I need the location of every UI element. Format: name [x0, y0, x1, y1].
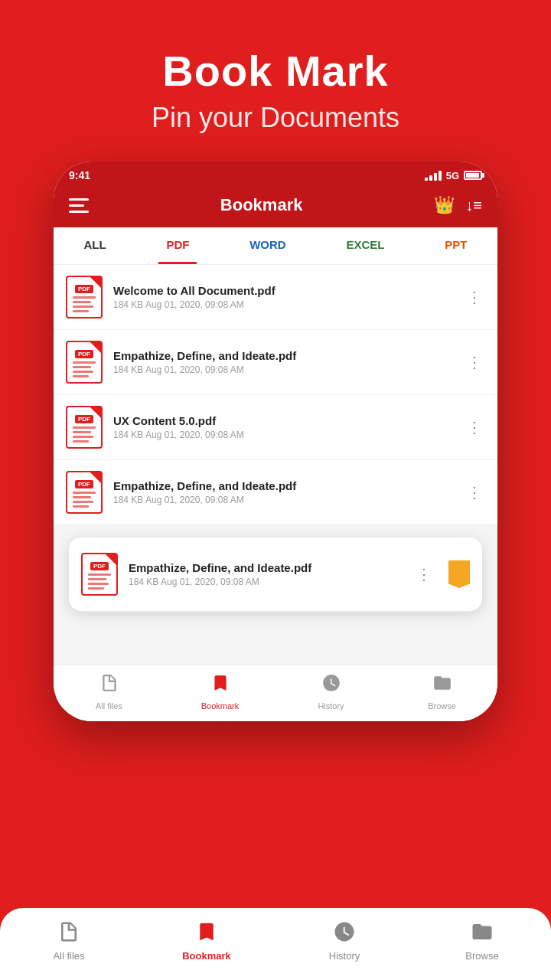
outer-bottom-nav: All files Bookmark History Browse — [0, 908, 551, 980]
file-info-1: Welcome to All Document.pdf 184 KB Aug 0… — [113, 284, 453, 310]
crown-icon[interactable]: 👑 — [434, 195, 455, 215]
file-icon-4: PDF — [66, 471, 103, 514]
file-meta-4: 184 KB Aug 01, 2020, 09:08 AM — [113, 495, 453, 505]
outer-nav-all-files-icon — [57, 920, 80, 946]
network-label: 5G — [446, 170, 459, 181]
popup-file-info: Empathize, Define, and Ideate.pdf 184 KB… — [129, 561, 403, 587]
outer-nav-bookmark-icon — [195, 920, 218, 946]
sort-icon[interactable]: ↓≡ — [465, 197, 482, 214]
hero-title: Book Mark — [162, 46, 388, 96]
nav-all-files-label: All files — [96, 701, 122, 710]
popup-file-icon: PDF — [81, 553, 118, 596]
file-meta-2: 184 KB Aug 01, 2020, 09:08 AM — [113, 364, 453, 375]
nav-history-label: History — [318, 701, 344, 710]
nav-bookmark-label: Bookmark — [201, 701, 240, 710]
signal-icon — [425, 171, 442, 181]
header-actions: 👑 ↓≡ — [434, 195, 482, 215]
file-info-4: Empathize, Define, and Ideate.pdf 184 KB… — [113, 479, 453, 505]
file-name-4: Empathize, Define, and Ideate.pdf — [113, 479, 453, 492]
phone-mockup: 9:41 5G Bookmark 👑 ↓≡ ALL PDF WORD — [54, 162, 497, 721]
nav-browse-icon — [432, 673, 452, 698]
outer-nav-bookmark[interactable]: Bookmark — [161, 920, 253, 962]
status-time: 9:41 — [69, 169, 90, 181]
nav-history[interactable]: History — [301, 673, 362, 710]
more-icon-1[interactable]: ⋮ — [464, 285, 485, 309]
status-right: 5G — [425, 170, 482, 181]
tab-ppt[interactable]: PPT — [437, 227, 474, 264]
more-icon-2[interactable]: ⋮ — [464, 350, 485, 374]
outer-nav-history-icon — [333, 920, 356, 946]
popup-file-name: Empathize, Define, and Ideate.pdf — [129, 561, 403, 574]
file-name-3: UX Content 5.0.pdf — [113, 414, 453, 427]
outer-nav-browse-label: Browse — [465, 950, 498, 962]
more-icon-3[interactable]: ⋮ — [464, 415, 485, 439]
phone-bottom-nav: All files Bookmark History Browse — [54, 665, 497, 721]
outer-nav-all-files-label: All files — [53, 950, 84, 962]
file-info-2: Empathize, Define, and Ideate.pdf 184 KB… — [113, 349, 453, 375]
nav-history-icon — [321, 673, 341, 698]
outer-nav-all-files[interactable]: All files — [23, 920, 115, 962]
file-item-2[interactable]: PDF Empathize, Define, and Ideate.pdf 18… — [54, 330, 497, 395]
file-item-1[interactable]: PDF Welcome to All Document.pdf 184 KB A… — [54, 265, 497, 330]
file-icon-2: PDF — [66, 341, 103, 384]
file-item-3[interactable]: PDF UX Content 5.0.pdf 184 KB Aug 01, 20… — [54, 395, 497, 460]
popup-card: PDF Empathize, Define, and Ideate.pdf 18… — [69, 537, 482, 611]
file-info-3: UX Content 5.0.pdf 184 KB Aug 01, 2020, … — [113, 414, 453, 440]
nav-browse-label: Browse — [428, 701, 456, 710]
tab-pdf[interactable]: PDF — [158, 227, 197, 264]
file-item-4[interactable]: PDF Empathize, Define, and Ideate.pdf 18… — [54, 460, 497, 525]
hero-subtitle: Pin your Documents — [152, 102, 399, 134]
filter-tabs: ALL PDF WORD EXCEL PPT — [54, 227, 497, 265]
outer-nav-history-label: History — [329, 950, 360, 962]
outer-nav-bookmark-label: Bookmark — [182, 950, 231, 962]
file-name-1: Welcome to All Document.pdf — [113, 284, 453, 297]
tab-excel[interactable]: EXCEL — [339, 227, 393, 264]
app-header: Bookmark 👑 ↓≡ — [54, 186, 497, 227]
tab-all[interactable]: ALL — [76, 227, 113, 264]
tab-word[interactable]: WORD — [242, 227, 294, 264]
battery-icon — [464, 171, 482, 180]
nav-bookmark-icon — [210, 673, 230, 698]
outer-nav-history[interactable]: History — [298, 920, 390, 962]
nav-all-files[interactable]: All files — [79, 673, 140, 710]
status-bar: 9:41 5G — [54, 162, 497, 186]
popup-more-icon[interactable]: ⋮ — [413, 562, 435, 586]
more-icon-4[interactable]: ⋮ — [464, 480, 485, 505]
nav-bookmark[interactable]: Bookmark — [190, 673, 251, 710]
file-icon-3: PDF — [66, 406, 103, 449]
file-meta-3: 184 KB Aug 01, 2020, 09:08 AM — [113, 430, 453, 440]
app-title: Bookmark — [220, 195, 303, 215]
file-name-2: Empathize, Define, and Ideate.pdf — [113, 349, 453, 362]
nav-browse[interactable]: Browse — [412, 673, 473, 710]
popup-file-meta: 184 KB Aug 01, 2020, 09:08 AM — [129, 577, 403, 587]
file-icon-1: PDF — [66, 276, 103, 318]
file-meta-1: 184 KB Aug 01, 2020, 09:08 AM — [113, 299, 453, 310]
nav-all-files-icon — [99, 673, 119, 698]
file-list: PDF Welcome to All Document.pdf 184 KB A… — [54, 265, 497, 525]
outer-nav-browse[interactable]: Browse — [436, 920, 528, 962]
bookmark-flag-icon[interactable] — [448, 560, 470, 588]
outer-nav-browse-icon — [471, 920, 494, 946]
hamburger-icon[interactable] — [69, 198, 89, 213]
